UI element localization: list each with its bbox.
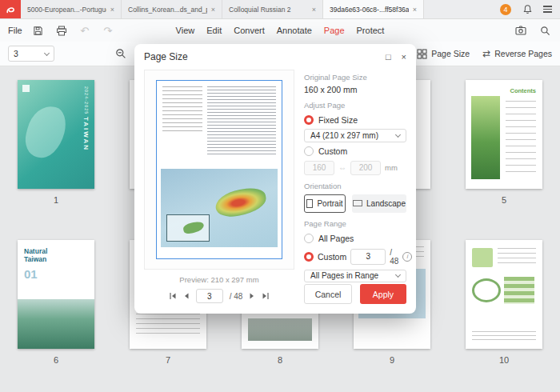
fixed-size-dropdown[interactable]: A4 (210 x 297 mm) bbox=[304, 129, 406, 142]
page-thumbnail-1[interactable]: 2024-2025 TAIWAN bbox=[18, 80, 94, 189]
orientation-label: Orientation bbox=[304, 182, 406, 190]
page-thumbnail-10[interactable] bbox=[466, 240, 542, 349]
menu-convert[interactable]: Convert bbox=[234, 26, 265, 35]
info-icon[interactable]: i bbox=[402, 252, 412, 262]
chevron-down-icon bbox=[395, 272, 401, 278]
save-icon[interactable] bbox=[31, 23, 46, 38]
custom-width-input bbox=[304, 161, 334, 175]
custom-height-input bbox=[350, 161, 381, 175]
all-pages-label: All Pages bbox=[318, 234, 354, 243]
page-number-label: 5 bbox=[502, 195, 506, 205]
page-number-label: 6 bbox=[54, 355, 58, 365]
page-number-value: 3 bbox=[14, 49, 18, 58]
radio-unselected-icon[interactable] bbox=[304, 146, 314, 156]
menu-page-active[interactable]: Page bbox=[324, 26, 345, 35]
portrait-label: Portrait bbox=[317, 199, 342, 208]
dialog-header: Page Size □ × bbox=[134, 44, 416, 70]
file-menu[interactable]: File bbox=[8, 26, 22, 35]
fixed-size-label: Fixed Size bbox=[318, 115, 358, 125]
custom-size-radio-row[interactable]: Custom bbox=[304, 146, 406, 156]
page-range-label: Page Range bbox=[304, 219, 406, 228]
page-number-dropdown[interactable]: 3 bbox=[8, 46, 54, 62]
adjust-page-label: Adjust Page bbox=[304, 101, 406, 110]
menu-protect[interactable]: Protect bbox=[357, 26, 385, 35]
range-total-label: / 48 bbox=[390, 248, 398, 266]
preview-map-art bbox=[161, 169, 278, 247]
screenshot-camera-icon[interactable] bbox=[514, 23, 528, 38]
page-preview-area bbox=[144, 70, 294, 270]
menu-annotate[interactable]: Annotate bbox=[277, 26, 312, 35]
landscape-button[interactable]: Landscape bbox=[352, 194, 406, 213]
hamburger-menu-icon[interactable] bbox=[543, 6, 552, 12]
zoom-out-icon[interactable] bbox=[114, 46, 128, 61]
close-icon[interactable]: × bbox=[402, 52, 406, 62]
pager-page-input[interactable] bbox=[196, 289, 223, 303]
radio-unselected-icon[interactable] bbox=[304, 234, 314, 243]
close-icon[interactable]: × bbox=[312, 6, 316, 14]
page-size-button[interactable]: Page Size bbox=[417, 49, 470, 59]
undo-icon[interactable]: ↶ bbox=[78, 23, 92, 38]
tab-bar: 5000-European...-Portuguese * × Collins_… bbox=[0, 0, 560, 19]
cancel-button[interactable]: Cancel bbox=[304, 284, 352, 304]
pager-total-label: / 48 bbox=[230, 292, 243, 301]
bell-icon[interactable] bbox=[520, 2, 534, 17]
unit-label: mm bbox=[385, 163, 398, 172]
close-icon[interactable]: × bbox=[110, 6, 114, 14]
custom-range-radio-row[interactable]: Custom / 48 i bbox=[304, 248, 406, 266]
page-size-grid-icon bbox=[417, 49, 427, 59]
page-number-label: 10 bbox=[499, 355, 509, 365]
range-custom-label: Custom bbox=[318, 252, 346, 262]
reverse-pages-icon: ⇄ bbox=[482, 48, 490, 59]
radio-selected-icon[interactable] bbox=[304, 115, 314, 125]
range-mode-dropdown[interactable]: All Pages in Range bbox=[304, 270, 406, 283]
page-preview[interactable] bbox=[156, 80, 282, 259]
portrait-button[interactable]: Portrait bbox=[304, 194, 346, 213]
search-icon[interactable] bbox=[538, 23, 552, 38]
page-number-label: 8 bbox=[278, 355, 282, 365]
fixed-size-radio-row[interactable]: Fixed Size bbox=[304, 115, 406, 125]
chapter-photo bbox=[18, 299, 94, 349]
tab-document-4-active[interactable]: 39da6e63-06c8-...ff58f36aa7ad * × bbox=[323, 0, 424, 18]
tab-title: Colloquial Russian 2 bbox=[229, 6, 308, 14]
preview-caption: Preview: 210 x 297 mm bbox=[144, 275, 294, 284]
page-thumbnail-6[interactable]: Natural Taiwan 01 bbox=[18, 240, 94, 349]
page-thumbnail-5[interactable]: Contents bbox=[466, 80, 542, 189]
maximize-icon[interactable]: □ bbox=[386, 52, 391, 62]
page-cell-6: Natural Taiwan 01 6 bbox=[18, 240, 94, 365]
cover-title: TAIWAN bbox=[82, 117, 90, 151]
custom-size-label: Custom bbox=[318, 146, 347, 156]
tab-document-1[interactable]: 5000-European...-Portuguese * × bbox=[21, 0, 122, 18]
apply-button[interactable]: Apply bbox=[360, 284, 406, 304]
first-page-icon[interactable] bbox=[169, 292, 177, 300]
document-tabs: 5000-European...-Portuguese * × Collins_… bbox=[21, 0, 424, 18]
page-cell-5: Contents 5 bbox=[466, 80, 542, 205]
contents-heading: Contents bbox=[510, 87, 537, 94]
publisher-logo bbox=[22, 85, 30, 92]
redo-icon[interactable]: ↷ bbox=[101, 23, 115, 38]
page-size-label: Page Size bbox=[431, 49, 470, 58]
radio-selected-icon[interactable] bbox=[304, 252, 314, 262]
previous-page-icon[interactable] bbox=[183, 292, 190, 300]
menu-view[interactable]: View bbox=[176, 26, 195, 35]
chevron-down-icon bbox=[395, 132, 401, 138]
taiwan-island-art bbox=[22, 102, 70, 162]
all-pages-radio-row[interactable]: All Pages bbox=[304, 234, 406, 243]
notification-badge[interactable]: 4 bbox=[500, 4, 511, 15]
page-number-label: 7 bbox=[166, 355, 170, 365]
close-icon[interactable]: × bbox=[211, 6, 215, 14]
cover-year: 2024-2025 bbox=[84, 86, 89, 114]
dialog-title: Page Size bbox=[144, 51, 188, 62]
range-page-input[interactable] bbox=[350, 249, 386, 265]
last-page-icon[interactable] bbox=[262, 292, 270, 300]
reverse-pages-button[interactable]: ⇄ Reverse Pages bbox=[482, 48, 552, 59]
landscape-label: Landscape bbox=[366, 199, 406, 208]
print-icon[interactable] bbox=[54, 23, 69, 38]
tab-document-3[interactable]: Colloquial Russian 2 × bbox=[222, 0, 323, 18]
app-logo bbox=[0, 0, 21, 18]
next-page-icon[interactable] bbox=[249, 292, 255, 300]
tab-document-2[interactable]: Collins_Korean...ds_and_phrases × bbox=[122, 0, 222, 18]
tab-title: 39da6e63-06c8-...ff58f36aa7ad * bbox=[330, 6, 409, 14]
menu-edit[interactable]: Edit bbox=[206, 26, 222, 35]
tab-title: 5000-European...-Portuguese * bbox=[27, 6, 106, 14]
close-icon[interactable]: × bbox=[413, 6, 417, 14]
